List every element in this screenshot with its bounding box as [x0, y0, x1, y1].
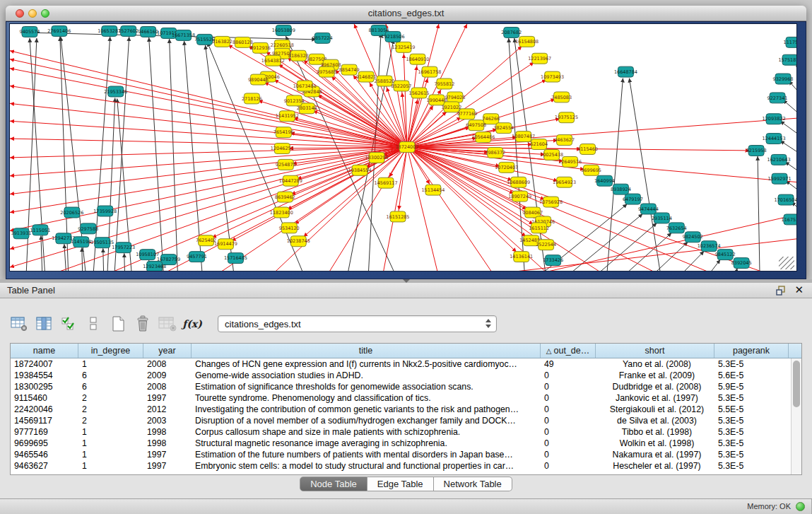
graph-node[interactable]: 14136141: [510, 252, 533, 262]
graph-node[interactable]: 10958107: [136, 250, 159, 260]
table-row[interactable]: 2242004622012Investigating the contribut…: [11, 404, 791, 415]
graph-node[interactable]: 70756928: [539, 197, 563, 207]
graph-node[interactable]: 7515526: [194, 34, 215, 45]
graph-node[interactable]: 16154808: [515, 36, 539, 47]
table-scrollbar[interactable]: [791, 358, 801, 474]
graph-node[interactable]: 8392045: [731, 258, 752, 269]
graph-node[interactable]: 9777169: [457, 109, 477, 119]
table-row[interactable]: 1456911722003Disruption of a novel membe…: [11, 415, 791, 426]
graph-node[interactable]: 17359928: [93, 206, 117, 216]
table-row[interactable]: 946362711997Embryonic stem cells: a mode…: [11, 460, 791, 472]
graph-node[interactable]: 9824502: [683, 232, 703, 243]
graph-node[interactable]: 2935114: [652, 213, 672, 223]
graph-node[interactable]: 1527602: [118, 25, 139, 36]
graph-node[interactable]: 1733426: [543, 255, 563, 266]
graph-node[interactable]: 10238745: [287, 236, 310, 247]
graph-node[interactable]: 18640910: [406, 54, 429, 64]
graph-node[interactable]: 3824554: [493, 123, 514, 134]
graph-node[interactable]: 9457791: [187, 252, 207, 262]
graph-node[interactable]: 16914479: [214, 239, 237, 250]
graph-node[interactable]: 15716485: [224, 253, 247, 264]
delete-icon[interactable]: [134, 315, 152, 332]
select-all-icon[interactable]: [59, 315, 78, 332]
float-panel-icon[interactable]: [776, 286, 787, 296]
graph-node[interactable]: 8912936: [250, 42, 271, 53]
graph-node[interactable]: 1640994: [594, 175, 615, 186]
graph-node[interactable]: 9254873: [276, 159, 296, 170]
graph-node[interactable]: 8215958: [746, 146, 767, 156]
graph-node[interactable]: 7986372: [485, 148, 505, 158]
tab-edge-table[interactable]: Edge Table: [367, 477, 434, 491]
window-titlebar[interactable]: citations_edges.txt: [6, 6, 806, 21]
graph-node[interactable]: 7955812: [434, 78, 454, 89]
table-row[interactable]: 1938455462009Genome-wide association stu…: [11, 370, 791, 381]
table-row[interactable]: 946554611997Estimation of the future num…: [11, 449, 791, 460]
tab-network-table[interactable]: Network Table: [434, 477, 512, 491]
graph-node[interactable]: 8938924: [611, 184, 631, 194]
graph-node[interactable]: 7654196: [273, 127, 294, 138]
graph-node[interactable]: 9329968: [773, 74, 794, 84]
graph-node[interactable]: 15751874: [779, 54, 797, 65]
scrollbar-thumb[interactable]: [793, 361, 800, 407]
graph-node[interactable]: 16151285: [387, 211, 410, 222]
graph-node[interactable]: 9466160: [138, 26, 158, 37]
graph-node[interactable]: 10688609: [507, 177, 530, 187]
resize-grip-icon[interactable]: [779, 257, 794, 269]
graph-node[interactable]: 6479197: [623, 194, 643, 204]
graph-node[interactable]: 1615112: [529, 223, 549, 233]
column-header-title[interactable]: title: [192, 344, 541, 358]
graph-node[interactable]: 9463627: [554, 135, 575, 146]
network-canvas[interactable]: 9163822886012889129362226053898275058186…: [9, 23, 797, 271]
graph-node[interactable]: 2522544: [536, 240, 556, 250]
function-builder-icon[interactable]: ƒ(x): [183, 315, 201, 332]
graph-node[interactable]: 2975685: [317, 66, 337, 77]
table-row[interactable]: 1830029562008Estimation of significance …: [11, 381, 791, 392]
column-visibility-icon[interactable]: [35, 315, 53, 332]
graph-node[interactable]: 9115460: [577, 144, 598, 155]
graph-node[interactable]: 2718126: [242, 93, 262, 104]
graph-node[interactable]: 6497508: [466, 120, 486, 131]
graph-node[interactable]: 1145194: [71, 237, 91, 247]
graph-node[interactable]: 12213967: [528, 53, 551, 64]
graph-node[interactable]: 19654923: [553, 177, 576, 187]
graph-node[interactable]: 9794028: [445, 92, 465, 103]
graph-node[interactable]: 14569117: [375, 177, 398, 188]
graph-node[interactable]: 9534120: [279, 223, 300, 233]
deselect-all-icon[interactable]: [84, 315, 102, 332]
column-header-name[interactable]: name: [11, 344, 78, 358]
graph-node[interactable]: 8639462: [275, 192, 295, 202]
table-options-icon[interactable]: [10, 315, 28, 332]
column-header-in_degree[interactable]: in_degree: [78, 344, 143, 358]
graph-node[interactable]: 9699695: [581, 165, 601, 175]
graph-node[interactable]: 1117534: [784, 37, 797, 47]
graph-node[interactable]: 16961758: [418, 66, 441, 77]
table-row[interactable]: 1872400712008Changes of HCN gene express…: [11, 358, 791, 370]
graph-node[interactable]: 8186328: [288, 50, 309, 61]
column-header-short[interactable]: short: [596, 344, 714, 358]
graph-node[interactable]: 19375125: [555, 112, 578, 123]
graph-node[interactable]: 9297588: [78, 223, 98, 234]
delete-table-icon[interactable]: [158, 315, 177, 332]
memory-status-indicator[interactable]: [796, 502, 805, 511]
table-select-dropdown[interactable]: citations_edges.txt: [218, 315, 497, 332]
table-row[interactable]: 977716911998Corpus callosum shape and si…: [11, 426, 791, 438]
graph-node[interactable]: 9163822: [212, 36, 233, 47]
graph-node[interactable]: 9012354: [284, 95, 305, 106]
graph-node[interactable]: 9845122: [715, 250, 736, 260]
graph-node[interactable]: 7625402: [196, 235, 216, 246]
column-header-pagerank[interactable]: pagerank: [714, 344, 789, 358]
table-row[interactable]: 969969511998Structural magnetic resonanc…: [11, 438, 791, 449]
graph-node[interactable]: 621604: [530, 139, 548, 150]
graph-node[interactable]: 7485083: [551, 92, 572, 103]
table-row[interactable]: 911546021997Tourette syndrome. Phenomeno…: [11, 392, 791, 404]
graph-node[interactable]: 3913931: [11, 228, 32, 239]
column-header-out_de[interactable]: △out_de…: [541, 344, 596, 358]
new-table-icon[interactable]: [109, 315, 127, 332]
graph-node[interactable]: 1167533: [782, 214, 797, 225]
tab-node-table[interactable]: Node Table: [300, 477, 367, 491]
graph-node[interactable]: 15134454: [421, 185, 445, 195]
graph-node[interactable]: 9227341: [767, 93, 788, 103]
graph-node[interactable]: 7632654: [666, 223, 687, 233]
graph-node[interactable]: 13505135: [90, 238, 114, 248]
graph-node[interactable]: 12325419: [392, 42, 415, 52]
